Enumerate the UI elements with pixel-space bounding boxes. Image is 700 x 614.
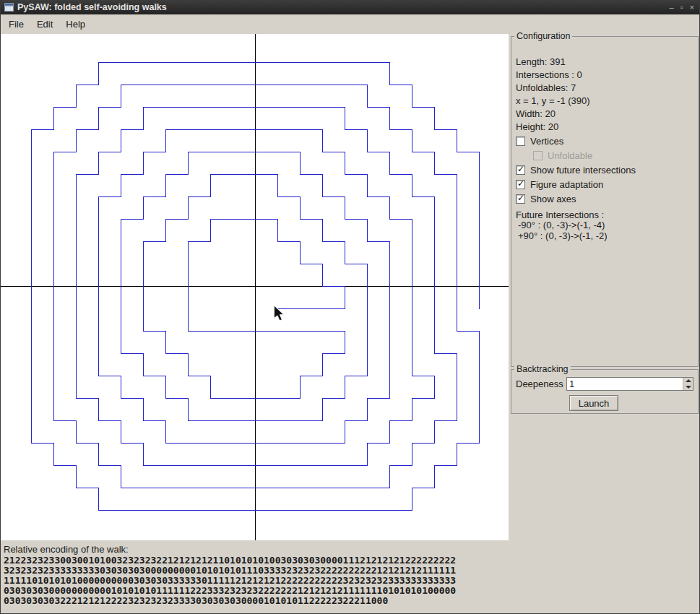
- window-controls: – ▫ ×: [670, 4, 694, 12]
- vertices-label: Vertices: [530, 136, 563, 147]
- window-icon: [4, 3, 14, 12]
- show-future-intersections-label: Show future intersections: [530, 165, 636, 176]
- vertices-checkbox[interactable]: [516, 137, 525, 146]
- deepeness-spinbox[interactable]: 1: [566, 377, 693, 391]
- backtracking-panel: Backtracking Deepeness 1 Launch: [511, 369, 699, 414]
- walk-figure-svg: [1, 34, 509, 540]
- checkbox-row-figure-adaptation[interactable]: Figure adaptation: [511, 177, 698, 191]
- menubar: File Edit Help: [1, 14, 699, 34]
- figure-adaptation-checkbox[interactable]: [516, 180, 525, 189]
- window-title: PySAW: folded self-avoiding walks: [17, 2, 167, 12]
- deepeness-value[interactable]: 1: [567, 378, 683, 390]
- config-stat-1: Intersections : 0: [516, 69, 698, 82]
- spin-down-icon[interactable]: [683, 384, 693, 391]
- config-stat-2: Unfoldables: 7: [516, 82, 698, 95]
- menu-edit[interactable]: Edit: [30, 15, 59, 33]
- figure-adaptation-label: Figure adaptation: [530, 179, 603, 190]
- configuration-title: Configuration: [514, 31, 572, 41]
- titlebar[interactable]: PySAW: folded self-avoiding walks – ▫ ×: [1, 0, 699, 14]
- backtracking-title: Backtracking: [514, 364, 571, 374]
- unfoldable-checkbox: [533, 151, 543, 160]
- encoding-line-3: 0303030300000000000101010101111112223332…: [4, 586, 699, 596]
- side-panel: Configuration Length: 391Intersections :…: [509, 34, 700, 540]
- config-stat-4: Width: 20: [516, 108, 698, 121]
- show-future-intersections-checkbox[interactable]: [516, 165, 525, 175]
- encoding-lines: 2122323233003001010032323232212121212110…: [4, 555, 699, 606]
- future-intersection-1: +90° : (0, -3)->(-1, -2): [511, 231, 698, 242]
- unfoldable-label: Unfoldable: [548, 150, 592, 161]
- checkbox-row-vertices[interactable]: Vertices: [511, 134, 698, 148]
- close-icon[interactable]: ×: [690, 4, 694, 12]
- show-axes-label: Show axes: [530, 194, 576, 204]
- checkbox-row-show-axes[interactable]: Show axes: [511, 191, 698, 206]
- future-intersection-0: -90° : (0, -3)->(-1, -4): [511, 220, 698, 231]
- encoding-line-4: 0303030303222121212222323232323333030303…: [4, 596, 699, 606]
- show-axes-checkbox[interactable]: [516, 194, 525, 204]
- checkbox-row-show-future-intersections[interactable]: Show future intersections: [511, 163, 698, 177]
- launch-button[interactable]: Launch: [569, 395, 618, 411]
- configuration-stats: Length: 391Intersections : 0Unfoldables:…: [511, 37, 698, 134]
- future-intersections-title: Future Intersections :: [511, 206, 698, 220]
- maximize-icon[interactable]: ▫: [680, 4, 683, 12]
- config-stat-0: Length: 391: [516, 56, 698, 69]
- deepeness-row: Deepeness 1: [511, 377, 698, 391]
- menu-help[interactable]: Help: [59, 15, 92, 33]
- configuration-panel: Configuration Length: 391Intersections :…: [511, 36, 699, 367]
- walk-canvas[interactable]: [1, 34, 509, 540]
- encoding-line-0: 2122323233003001010032323232212121212110…: [4, 555, 699, 566]
- menu-file[interactable]: File: [2, 15, 30, 33]
- deepeness-spin-buttons: [683, 378, 693, 390]
- config-stat-5: Height: 20: [516, 121, 698, 134]
- encoding-area: Relative encoding of the walk: 212232323…: [1, 540, 699, 614]
- encoding-line-1: 3232323233333333303030303000000000101010…: [4, 566, 699, 576]
- deepeness-label: Deepeness: [516, 379, 566, 389]
- mouse-cursor: [275, 306, 284, 321]
- app-window: PySAW: folded self-avoiding walks – ▫ × …: [0, 0, 700, 614]
- encoding-label: Relative encoding of the walk:: [4, 544, 699, 555]
- encoding-line-2: 1111101010101000000000030303033333301111…: [4, 576, 699, 586]
- minimize-icon[interactable]: –: [670, 4, 674, 12]
- checkbox-row-unfoldable: Unfoldable: [511, 148, 698, 163]
- spin-up-icon[interactable]: [683, 378, 693, 384]
- config-stat-3: x = 1, y = -1 (390): [516, 95, 698, 108]
- future-intersections-list: -90° : (0, -3)->(-1, -4)+90° : (0, -3)->…: [511, 220, 698, 241]
